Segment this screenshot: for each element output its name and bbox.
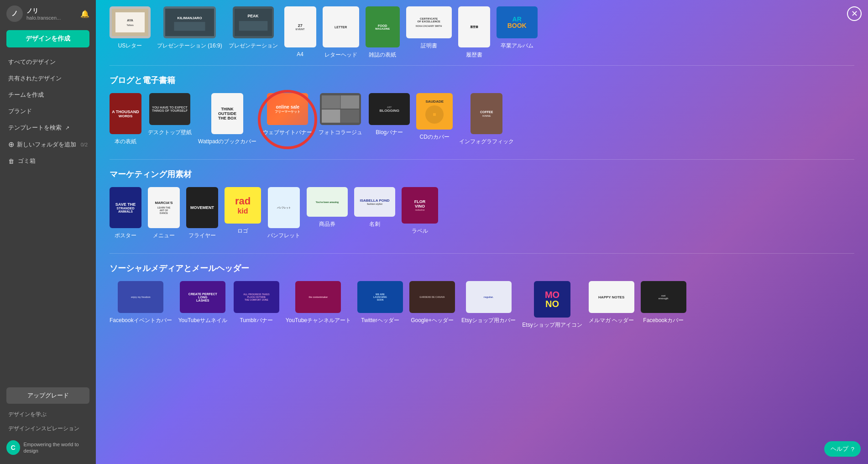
svg-text:Yafara: Yafara: [126, 24, 133, 26]
social-media-row: enjoy my freedom Facebookイベントカバー CREATE …: [110, 281, 854, 329]
template-item-etsy-icon[interactable]: MO NO Etsyショップ用アイコン: [522, 281, 582, 329]
template-label: 本の表紙: [115, 138, 136, 146]
template-item-etsy-cover[interactable]: regular. Etsyショップ用カバー: [461, 281, 516, 329]
template-label: 履歴書: [466, 51, 482, 59]
template-item-gift-card[interactable]: You've been amazing 商品券: [307, 187, 348, 240]
template-item-business-card[interactable]: ISABELLA POND fashion stylist 名刺: [354, 187, 395, 240]
template-label: USレター: [118, 42, 142, 50]
create-design-button[interactable]: デザインを作成: [6, 30, 89, 47]
user-sub: halo.transcen...: [26, 15, 61, 21]
template-label: インフォグラフィック: [459, 138, 514, 146]
template-label: Tumblrバナー: [240, 317, 273, 324]
svg-rect-10: [322, 95, 340, 109]
template-label: Wattpadのブックカバー: [198, 138, 256, 146]
upgrade-button[interactable]: アップグレード: [6, 387, 89, 404]
template-item-resume[interactable]: 履歴書 履歴書: [458, 6, 490, 59]
template-label: プレゼンテーション: [229, 42, 278, 50]
template-item-desktop[interactable]: YOU HAVE TO EXPECTTHINGS OF YOURSELF デスク…: [148, 93, 192, 146]
template-item-cd-cover[interactable]: SAUDADE CDのカバー: [416, 93, 453, 146]
template-item-flyer[interactable]: MOVEMENT フライヤー: [186, 187, 218, 240]
bell-icon[interactable]: 🔔: [80, 10, 89, 18]
canva-logo: C: [6, 440, 20, 455]
sidebar-nav: すべてのデザイン 共有されたデザイン チームを作成 ブランド テンプレートを検索…: [0, 54, 96, 384]
template-item-tumblr-banner[interactable]: ALL PROGRESS TAKESPLACE OUTSIDETHE COMFO…: [234, 281, 279, 329]
user-name: ノリ: [26, 7, 61, 15]
template-label: 名刺: [369, 220, 380, 228]
top-template-row: AYAYafara USレター KILIMANJARO プレゼンテーション (1…: [110, 5, 854, 59]
svg-text:AYA: AYA: [127, 19, 133, 22]
template-item-google-header[interactable]: GARDENS DE CANAVA Google+ヘッダー: [409, 281, 455, 329]
template-label: Facebookイベントカバー: [110, 317, 172, 324]
template-label: 商品券: [319, 220, 335, 228]
template-item-youtube-thumbnail[interactable]: CREATE PERFECTLONGLASHES YouTubeサムネイル: [178, 281, 227, 329]
sidebar-item-team[interactable]: チームを作成: [0, 87, 96, 103]
add-folder-button[interactable]: ⊕ 新しいフォルダを追加 0/2: [0, 136, 96, 153]
template-item-menu[interactable]: MARCIA'S LEARN THEART OFDANCE メニュー: [148, 187, 180, 240]
template-label: 雑誌の表紙: [369, 51, 396, 59]
all-designs-label: すべてのデザイン: [8, 58, 56, 66]
template-item-email-header[interactable]: HAPPY NOTES メルマガ ヘッダー: [589, 281, 634, 329]
template-label: レターヘッド: [324, 51, 357, 59]
template-item-photo-collage[interactable]: フォトコラージュ: [319, 93, 362, 146]
template-label: 卒業アルバム: [501, 42, 533, 50]
template-item-book-cover[interactable]: A THOUSAND WORDS 本の表紙: [110, 93, 141, 146]
template-label: YouTubeサムネイル: [178, 317, 227, 324]
template-label: Etsyショップ用アイコン: [522, 321, 582, 329]
template-item-infographic[interactable]: COFFEE KINNE インフォグラフィック: [459, 93, 514, 146]
template-label: ロゴ: [237, 227, 248, 235]
template-item-youtube-channel[interactable]: the contentmaker YouTubeチャンネルアート: [286, 281, 351, 329]
add-icon: ⊕: [8, 140, 14, 149]
template-label: ポスター: [115, 232, 136, 240]
template-label: デスクトップ壁紙: [148, 129, 192, 136]
template-item-pamphlet[interactable]: パンフレット パンフレット: [267, 187, 300, 240]
template-label: Blogバナー: [376, 129, 403, 136]
external-link-icon: ↗: [65, 125, 69, 131]
template-item-magazine[interactable]: FOOD MAGAZINE 雑誌の表紙: [366, 6, 400, 59]
template-item-certificate[interactable]: CERTIFICATE OF EXCELLENCE NOAH ZACHARY S…: [406, 6, 452, 59]
section-blog-ebooks: ブログと電子書籍 A THOUSAND WORDS 本の表紙 YOU HAVE …: [110, 75, 854, 146]
sidebar-item-templates[interactable]: テンプレートを検索 ↗: [0, 120, 96, 136]
svg-rect-1: [115, 12, 145, 32]
template-item-pres[interactable]: PEAK プレゼンテーション: [229, 6, 278, 59]
sidebar-header: ノ ノリ halo.transcen... 🔔: [0, 0, 96, 27]
template-item-logo[interactable]: rad kid ロゴ: [225, 187, 261, 240]
folder-count: 0/2: [81, 142, 88, 147]
template-item-wattpad[interactable]: THINK OUTSIDE THE BOX Wattpadのブックカバー: [198, 93, 256, 146]
svg-rect-11: [341, 95, 360, 109]
svg-rect-12: [322, 109, 340, 123]
team-label: チームを作成: [8, 91, 44, 99]
template-item-blog-banner[interactable]: ART BLOGGING Blogバナー: [369, 93, 410, 146]
template-item-label[interactable]: FLOR VINO redwine ラベル: [402, 187, 438, 240]
sidebar-item-shared[interactable]: 共有されたデザイン: [0, 70, 96, 87]
template-label: パンフレット: [267, 232, 300, 240]
template-item-twitter-header[interactable]: WE ARELAUNCHINGSOON Twitterヘッダー: [357, 281, 403, 329]
templates-label: テンプレートを検索: [8, 124, 62, 132]
template-label: ラベル: [412, 227, 428, 235]
sidebar-bottom: アップグレード デザインを学ぶ デザインインスピレーション C Empoweri…: [0, 384, 96, 464]
sidebar-item-trash[interactable]: 🗑 ゴミ箱: [0, 153, 96, 169]
template-item-poster[interactable]: SAVE THE STRANDED ANIMALS ポスター: [110, 187, 141, 240]
sidebar-brand: C Empowering the world to design: [0, 436, 96, 459]
template-label: Etsyショップ用カバー: [461, 317, 516, 324]
section-social-media: ソーシャルメディアとメールヘッダー enjoy my freedom Faceb…: [110, 263, 854, 329]
sidebar-item-brand[interactable]: ブランド: [0, 103, 96, 120]
sidebar-item-inspiration[interactable]: デザインインスピレーション: [0, 422, 96, 436]
sidebar-item-all-designs[interactable]: すべてのデザイン: [0, 54, 96, 70]
template-item-facebook-event[interactable]: enjoy my freedom Facebookイベントカバー: [110, 281, 172, 329]
template-item-us-letter[interactable]: AYAYafara USレター: [110, 6, 151, 59]
template-item-website-banner[interactable]: online sale フリーマーケット ウェブサイトバナー: [263, 93, 312, 146]
shared-label: 共有されたデザイン: [8, 74, 62, 83]
help-button[interactable]: ヘルプ ?: [824, 441, 861, 457]
svg-text:KILIMANJARO: KILIMANJARO: [177, 16, 202, 20]
template-item-graduation[interactable]: AR BOOK 卒業アルバム: [497, 6, 538, 59]
sidebar-item-learn[interactable]: デザインを学ぶ: [0, 407, 96, 422]
template-item-pres169[interactable]: KILIMANJARO プレゼンテーション (16:9): [157, 6, 222, 59]
template-item-a4[interactable]: 27 EVENT A4: [284, 6, 316, 59]
trash-icon: 🗑: [8, 158, 14, 165]
svg-rect-13: [341, 109, 360, 123]
template-item-letterhead[interactable]: LETTER レターヘッド: [323, 6, 359, 59]
template-item-facebook-cover[interactable]: notenough Facebookカバー: [641, 281, 686, 329]
template-label: YouTubeチャンネルアート: [286, 317, 351, 324]
close-button[interactable]: ✕: [847, 6, 862, 21]
brand-label: ブランド: [8, 107, 32, 115]
